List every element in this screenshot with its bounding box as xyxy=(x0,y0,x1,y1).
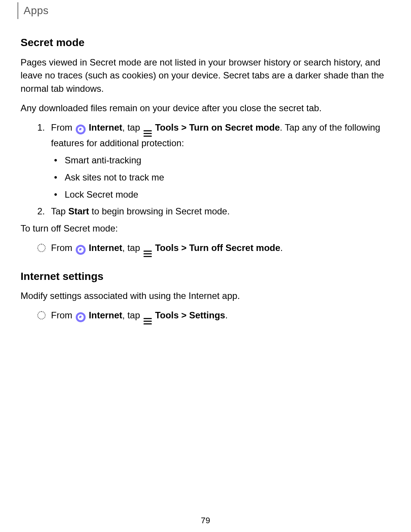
bullet: • xyxy=(54,154,62,167)
secret-mode-intro-2: Any downloaded files remain on your devi… xyxy=(21,102,390,115)
internet-label: Internet xyxy=(89,243,122,253)
text: From xyxy=(51,122,75,133)
feature-item: • Ask sites not to track me xyxy=(54,171,390,184)
bullet: • xyxy=(54,188,62,201)
feature-text: Smart anti-tracking xyxy=(65,154,390,167)
feature-item: • Smart anti-tracking xyxy=(54,154,390,167)
internet-settings-intro: Modify settings associated with using th… xyxy=(21,289,390,303)
feature-item: • Lock Secret mode xyxy=(54,188,390,201)
internet-app-icon xyxy=(76,245,86,255)
step-body: Tap Start to begin browsing in Secret mo… xyxy=(51,205,390,218)
step-2: 2. Tap Start to begin browsing in Secret… xyxy=(37,205,390,218)
menu-icon xyxy=(143,251,152,257)
chevron: > xyxy=(179,310,189,320)
page-number: 79 xyxy=(0,514,411,527)
feature-text: Lock Secret mode xyxy=(65,188,390,201)
chevron: > xyxy=(179,243,189,253)
period: . xyxy=(225,310,228,320)
chevron: > xyxy=(179,122,189,133)
step-1: 1. From Internet, tap Tools > Turn on Se… xyxy=(37,121,390,150)
internet-label: Internet xyxy=(89,310,122,320)
step-number: 2. xyxy=(37,205,48,218)
internet-label: Internet xyxy=(89,122,122,133)
text: , tap xyxy=(122,122,142,133)
start-label: Start xyxy=(68,206,89,216)
menu-icon xyxy=(143,318,152,324)
tools-label: Tools xyxy=(155,122,178,133)
breadcrumb: Apps xyxy=(24,3,49,19)
text: , tap xyxy=(122,310,142,320)
page-content: Secret mode Pages viewed in Secret mode … xyxy=(21,35,390,324)
action-label: Turn off Secret mode xyxy=(189,243,280,253)
text: , tap xyxy=(122,243,142,253)
step-body: From Internet, tap Tools > Settings. xyxy=(51,309,390,325)
internet-settings-heading: Internet settings xyxy=(21,269,390,284)
text: Tap xyxy=(51,206,68,216)
action-label: Settings xyxy=(189,310,225,320)
menu-icon xyxy=(143,130,152,137)
manual-page: Apps Secret mode Pages viewed in Secret … xyxy=(0,3,411,532)
internet-app-icon xyxy=(76,312,86,322)
step-number: 1. xyxy=(37,121,48,134)
text: From xyxy=(51,243,75,253)
step-body: From Internet, tap Tools > Turn off Secr… xyxy=(51,241,390,257)
page-header: Apps xyxy=(21,3,390,21)
text: From xyxy=(51,310,75,320)
text: to begin browsing in Secret mode. xyxy=(89,206,230,216)
settings-step: From Internet, tap Tools > Settings. xyxy=(37,309,390,325)
bullet: • xyxy=(54,171,62,184)
dotted-circle-bullet xyxy=(37,241,48,255)
tools-label: Tools xyxy=(155,243,178,253)
step-body: From Internet, tap Tools > Turn on Secre… xyxy=(51,121,390,150)
turn-off-step: From Internet, tap Tools > Turn off Secr… xyxy=(37,241,390,257)
action-label: Turn on Secret mode xyxy=(189,122,280,133)
dotted-circle-icon xyxy=(37,244,46,252)
feature-text: Ask sites not to track me xyxy=(65,171,390,184)
tools-label: Tools xyxy=(155,310,178,320)
secret-mode-heading: Secret mode xyxy=(21,35,390,51)
secret-mode-intro-1: Pages viewed in Secret mode are not list… xyxy=(21,56,390,96)
dotted-circle-bullet xyxy=(37,309,48,323)
turn-off-intro: To turn off Secret mode: xyxy=(21,222,390,235)
header-divider xyxy=(18,2,18,19)
internet-app-icon xyxy=(76,125,86,134)
period: . xyxy=(280,243,283,253)
dotted-circle-icon xyxy=(37,311,46,320)
